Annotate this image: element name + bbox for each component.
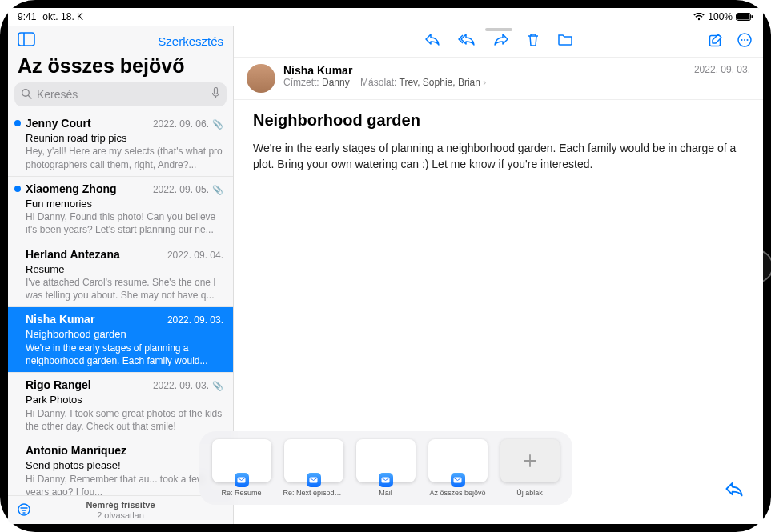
message-date: 2022. 09. 03. — [694, 64, 750, 75]
message-from[interactable]: Nisha Kumar — [283, 64, 686, 77]
more-icon[interactable] — [737, 33, 752, 50]
svg-rect-1 — [737, 14, 750, 20]
shelf-thumb — [212, 439, 271, 482]
shelf-label: Az összes bejövő — [429, 489, 485, 497]
search-icon — [21, 88, 32, 102]
message-body: We're in the early stages of planning a … — [234, 136, 763, 177]
forward-icon[interactable] — [493, 33, 509, 50]
footer-status: Nemrég frissítve — [86, 500, 155, 510]
email-preview: Hi Danny, Found this photo! Can you beli… — [26, 210, 223, 236]
shelf-window[interactable]: Mail — [356, 439, 416, 497]
grabber-icon[interactable] — [485, 28, 512, 31]
unread-dot-icon — [14, 186, 21, 192]
email-subject: Send photos please! — [26, 458, 223, 473]
email-date: 2022. 09. 06.📎 — [153, 118, 223, 130]
compose-icon[interactable] — [709, 33, 723, 50]
email-list[interactable]: Jenny Court2022. 09. 06.📎Reunion road tr… — [8, 111, 233, 495]
avatar[interactable] — [247, 64, 275, 93]
email-subject: Park Photos — [26, 393, 223, 407]
email-sender: Xiaomeng Zhong — [26, 182, 117, 197]
footer-unread: 2 olvasatlan — [86, 510, 155, 520]
email-item[interactable]: Rigo Rangel2022. 09. 03.📎Park PhotosHi D… — [8, 373, 233, 438]
svg-point-9 — [18, 504, 30, 515]
cc-names[interactable]: Trev, Sophie, Brian — [400, 77, 480, 88]
email-item[interactable]: Jenny Court2022. 09. 06.📎Reunion road tr… — [8, 111, 233, 177]
battery-percent: 100% — [708, 11, 733, 22]
search-placeholder: Keresés — [37, 88, 207, 101]
shelf-window[interactable]: Re: Resume — [212, 439, 271, 497]
email-sender: Herland Antezana — [26, 247, 120, 262]
filter-icon[interactable] — [16, 503, 32, 518]
svg-rect-7 — [215, 88, 218, 94]
email-subject: Fun memories — [26, 197, 223, 211]
status-bar: 9:41 okt. 18. K 100% — [8, 8, 763, 26]
email-sender: Nisha Kumar — [26, 312, 94, 327]
shelf-thumb — [284, 439, 343, 482]
shelf-label: Mail — [379, 489, 392, 497]
app-shelf[interactable]: Re: ResumeRe: Next episode's g...MailAz … — [199, 431, 572, 505]
sidebar-footer: Nemrég frissítve 2 olvasatlan — [8, 495, 233, 524]
battery-icon — [736, 13, 753, 21]
email-sender: Jenny Court — [26, 116, 91, 131]
reply-icon[interactable] — [424, 33, 440, 50]
svg-point-17 — [747, 39, 749, 41]
email-subject: Neighborhood garden — [26, 327, 223, 342]
reply-all-icon[interactable] — [458, 33, 476, 50]
email-subject: Reunion road trip pics — [26, 131, 223, 146]
svg-rect-3 — [18, 33, 34, 46]
email-item[interactable]: Herland Antezana2022. 09. 04.ResumeI've … — [8, 242, 233, 308]
mic-icon[interactable] — [211, 87, 220, 102]
search-input[interactable]: Keresés — [14, 82, 227, 106]
attachment-icon: 📎 — [212, 185, 223, 194]
attachment-icon: 📎 — [212, 119, 223, 129]
shelf-window[interactable]: Re: Next episode's g... — [284, 439, 343, 497]
shelf-new-window[interactable]: Új ablak — [500, 439, 560, 497]
plus-icon — [500, 439, 560, 482]
page-title: Az összes bejövő — [8, 53, 233, 82]
email-date: 2022. 09. 05.📎 — [153, 183, 223, 196]
reply-fab-icon[interactable] — [725, 481, 744, 500]
trash-icon[interactable] — [527, 33, 540, 50]
mail-app-icon — [451, 473, 465, 487]
shelf-label: Új ablak — [516, 489, 543, 497]
cc-label: Másolat: — [360, 77, 396, 88]
message-subject: Neighborhood garden — [234, 100, 763, 136]
email-sender: Rigo Rangel — [26, 378, 91, 393]
email-preview: We're in the early stages of planning a … — [26, 342, 223, 367]
folder-icon[interactable] — [557, 33, 573, 50]
screen: 9:41 okt. 18. K 100% Szerk — [8, 8, 763, 524]
svg-point-15 — [741, 39, 743, 41]
email-preview: Hey, y'all! Here are my selects (that's … — [26, 145, 223, 170]
email-item[interactable]: Xiaomeng Zhong2022. 09. 05.📎Fun memories… — [8, 177, 233, 242]
email-date: 2022. 09. 04. — [167, 249, 223, 262]
unread-dot-icon — [14, 120, 21, 126]
mail-app-icon — [307, 473, 321, 487]
to-name[interactable]: Danny — [322, 77, 350, 88]
shelf-label: Re: Resume — [221, 489, 261, 497]
email-sender: Antonio Manriquez — [26, 443, 126, 458]
shelf-thumb — [428, 439, 488, 482]
email-preview: Hi Danny, Remember that au... took a few… — [26, 473, 223, 496]
svg-line-6 — [29, 95, 32, 98]
mail-app-icon — [379, 473, 393, 487]
shelf-label: Re: Next episode's g... — [283, 489, 344, 497]
chevron-right-icon[interactable]: › — [483, 77, 486, 88]
status-date: okt. 18. K — [42, 11, 83, 22]
mail-app-icon — [235, 473, 249, 487]
wifi-icon — [693, 13, 705, 21]
attachment-icon: 📎 — [212, 381, 223, 390]
shelf-window[interactable]: Az összes bejövő — [428, 439, 488, 497]
email-date: 2022. 09. 03. — [167, 314, 223, 326]
svg-point-16 — [744, 39, 745, 41]
email-item[interactable]: Nisha Kumar2022. 09. 03.Neighborhood gar… — [8, 307, 233, 373]
edit-button[interactable]: Szerkesztés — [158, 34, 223, 48]
detail-toolbar — [234, 26, 763, 58]
sidebar-toggle-icon[interactable] — [18, 32, 35, 50]
to-label: Címzett: — [283, 77, 319, 88]
email-preview: Hi Danny, I took some great photos of th… — [26, 407, 223, 433]
email-date: 2022. 09. 03.📎 — [153, 379, 223, 392]
ipad-frame: 9:41 okt. 18. K 100% Szerk — [0, 0, 771, 532]
status-time: 9:41 — [18, 11, 36, 22]
svg-rect-2 — [752, 15, 753, 18]
email-subject: Resume — [26, 262, 223, 277]
